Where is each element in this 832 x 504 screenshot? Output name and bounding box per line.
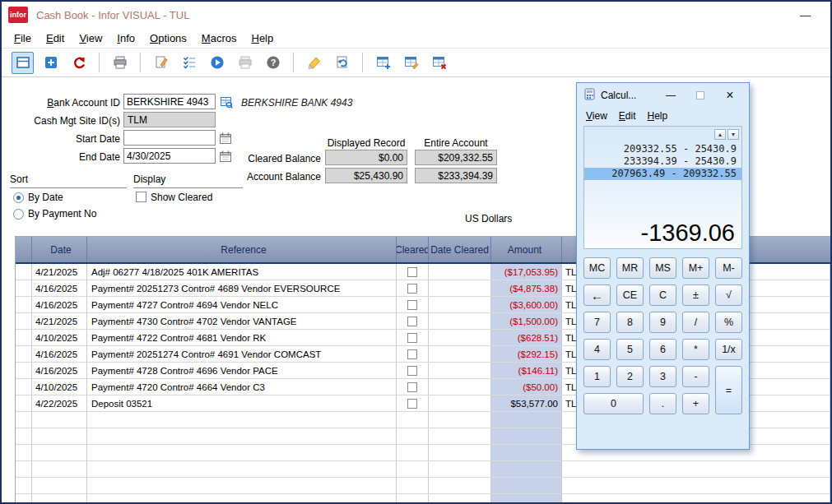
calc-menu-help[interactable]: Help — [642, 109, 674, 123]
history-entry[interactable]: 233394.39 - 25430.9 — [584, 155, 741, 168]
calculator-maximize-button[interactable] — [696, 91, 704, 99]
key-9[interactable]: 9 — [649, 312, 676, 333]
cell-reference — [87, 428, 397, 445]
row-selector — [16, 461, 32, 478]
history-entry[interactable]: 209332.55 - 25430.9 — [584, 143, 741, 155]
add-row-icon[interactable] — [40, 52, 62, 74]
key-m-plus[interactable]: M+ — [682, 257, 709, 279]
cleared-checkbox[interactable] — [407, 382, 417, 392]
row-selector — [16, 494, 32, 502]
calc-menu-view[interactable]: View — [580, 109, 613, 123]
cleared-checkbox[interactable] — [407, 333, 417, 343]
calculator-close-button[interactable]: × — [718, 88, 742, 103]
history-scroll-up-icon[interactable]: ▲ — [714, 129, 726, 140]
grid-edit-icon[interactable] — [400, 52, 422, 74]
cell-reference: Payment# 4722 Contro# 4681 Vendor RK — [87, 330, 397, 346]
cleared-checkbox[interactable] — [407, 366, 417, 376]
cell-amount — [491, 428, 562, 445]
key-3[interactable]: 3 — [649, 366, 676, 387]
cell-date-cleared — [429, 297, 491, 313]
undo-icon[interactable] — [67, 52, 90, 74]
key-m-minus[interactable]: M- — [715, 257, 742, 279]
grid-add-icon[interactable] — [372, 52, 394, 74]
row-selector — [16, 346, 32, 363]
calc-menu-edit[interactable]: Edit — [613, 109, 642, 123]
calculator-minimize-button[interactable]: — — [658, 90, 683, 101]
cleared-checkbox[interactable] — [407, 317, 417, 326]
key-mr[interactable]: MR — [616, 257, 644, 279]
cleared-checkbox[interactable] — [407, 284, 417, 294]
key-negate[interactable]: ± — [682, 284, 709, 306]
help-icon[interactable]: ? — [262, 52, 284, 74]
key-8[interactable]: 8 — [616, 312, 644, 333]
menu-info[interactable]: Info — [109, 30, 142, 47]
history-scroll-down-icon[interactable]: ▼ — [727, 129, 739, 140]
show-cleared-label: Show Cleared — [151, 192, 212, 203]
cleared-checkbox[interactable] — [407, 399, 417, 409]
start-date-input[interactable] — [123, 130, 216, 146]
menu-edit[interactable]: Edit — [39, 30, 72, 47]
edit-document-icon[interactable] — [150, 52, 172, 74]
end-date-calendar-icon[interactable] — [218, 149, 233, 164]
menu-macros[interactable]: Macros — [194, 30, 244, 47]
history-entry[interactable]: 207963.49 - 209332.55 — [584, 168, 741, 180]
menu-options[interactable]: Options — [142, 30, 194, 47]
row-selector — [16, 330, 32, 346]
key-percent[interactable]: % — [715, 312, 742, 333]
table-row-empty — [16, 461, 830, 478]
cleared-checkbox[interactable] — [407, 349, 417, 359]
key-ms[interactable]: MS — [649, 257, 676, 279]
refresh-document-icon[interactable] — [331, 52, 353, 74]
by-payment-label: By Payment No — [28, 208, 96, 220]
key-6[interactable]: 6 — [649, 339, 676, 360]
cleared-checkbox[interactable] — [407, 267, 417, 277]
minimize-button[interactable]: — — [800, 9, 811, 21]
key-add[interactable]: + — [682, 393, 709, 414]
key-sqrt[interactable]: √ — [715, 284, 742, 306]
key-4[interactable]: 4 — [583, 339, 611, 360]
key-divide[interactable]: / — [682, 312, 709, 333]
cell-amount — [491, 494, 562, 502]
menu-help[interactable]: Help — [244, 30, 281, 47]
grid-delete-icon[interactable] — [428, 52, 450, 74]
key-ce[interactable]: CE — [616, 284, 644, 306]
key-mc[interactable]: MC — [583, 257, 611, 279]
key-subtract[interactable]: - — [682, 366, 709, 387]
header-reference: Reference — [87, 237, 397, 262]
form-view-icon[interactable] — [12, 52, 34, 74]
key-backspace[interactable]: ← — [583, 284, 611, 306]
by-payment-radio[interactable] — [13, 209, 24, 220]
key-1[interactable]: 1 — [583, 366, 611, 387]
run-icon[interactable] — [206, 52, 228, 74]
end-date-input[interactable] — [123, 148, 216, 164]
key-0[interactable]: 0 — [583, 393, 644, 414]
by-date-radio[interactable] — [13, 192, 24, 203]
start-date-calendar-icon[interactable] — [218, 131, 233, 146]
end-date-label: End Date — [18, 151, 120, 163]
cell-date: 4/16/2025 — [32, 363, 87, 379]
bank-account-input[interactable] — [123, 94, 216, 109]
cell-site — [562, 494, 830, 502]
key-5[interactable]: 5 — [616, 339, 644, 360]
key-7[interactable]: 7 — [583, 312, 611, 333]
highlighter-icon[interactable] — [303, 52, 325, 74]
bank-account-browse-icon[interactable] — [219, 95, 234, 109]
show-cleared-checkbox[interactable] — [136, 192, 146, 202]
cell-cleared — [397, 412, 429, 428]
checklist-icon[interactable] — [178, 52, 200, 74]
cell-cleared — [397, 478, 429, 494]
key-reciprocal[interactable]: 1/x — [715, 339, 742, 360]
key-2[interactable]: 2 — [616, 366, 644, 387]
key-c[interactable]: C — [649, 284, 676, 306]
cell-amount: ($3,600.00) — [491, 297, 562, 313]
cell-amount: $53,577.00 — [491, 395, 562, 412]
key-equals[interactable]: = — [715, 366, 742, 414]
menu-file[interactable]: File — [7, 30, 39, 47]
cell-date: 4/21/2025 — [32, 264, 87, 280]
cell-amount: ($292.15) — [491, 346, 562, 363]
menu-view[interactable]: View — [72, 30, 109, 47]
print-icon[interactable] — [109, 52, 131, 74]
key-multiply[interactable]: * — [682, 339, 709, 360]
key-decimal[interactable]: . — [649, 393, 676, 414]
cleared-checkbox[interactable] — [407, 300, 417, 310]
